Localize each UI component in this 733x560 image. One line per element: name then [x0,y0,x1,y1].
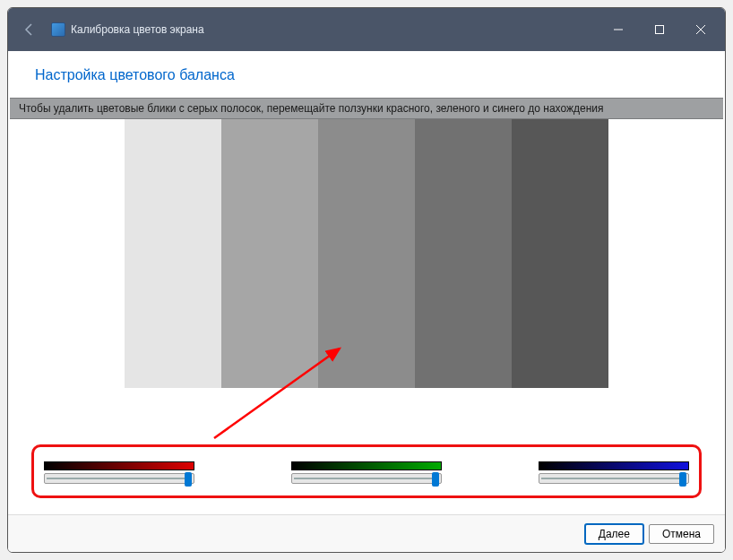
gray-strip-1 [125,119,221,388]
header-area: Настройка цветового баланса [8,51,725,98]
system-buttons [598,16,721,43]
gray-strip-4 [415,119,512,388]
cancel-button[interactable]: Отмена [649,524,714,544]
titlebar: Калибровка цветов экрана [8,8,725,51]
gray-strip-3 [318,119,415,388]
gray-strip-5 [512,119,608,388]
close-icon [696,25,705,34]
window: Калибровка цветов экрана Настройка цвето… [7,7,726,553]
gray-strip-2 [221,119,318,388]
maximize-button[interactable] [639,16,680,43]
window-title: Калибровка цветов экрана [71,23,204,36]
footer: Далее Отмена [8,514,725,552]
gray-strips [125,119,608,388]
instruction-text: Чтобы удалить цветовые блики с серых пол… [10,98,723,119]
next-button[interactable]: Далее [585,524,643,544]
title-group: Калибровка цветов экрана [51,22,204,37]
minimize-icon [614,25,623,34]
close-button[interactable] [680,16,721,43]
maximize-icon [655,25,664,34]
svg-rect-1 [656,26,664,34]
back-button[interactable] [12,12,47,47]
arrow-left-icon [22,22,37,37]
annotation-highlight-box [31,444,702,498]
minimize-button[interactable] [598,16,639,43]
content-area: Настройка цветового баланса Чтобы удалит… [8,51,725,552]
app-icon [51,22,65,37]
page-title: Настройка цветового баланса [35,67,698,83]
